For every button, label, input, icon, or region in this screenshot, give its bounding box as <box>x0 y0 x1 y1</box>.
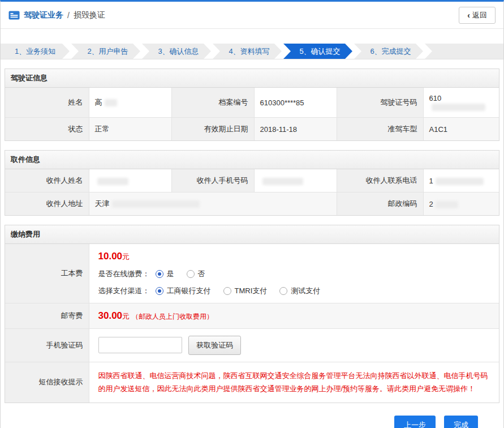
breadcrumb-separator: / <box>67 11 70 20</box>
postage-note: （邮政人员上门收取费用） <box>132 313 213 320</box>
amount-text: 10.00 <box>98 251 123 262</box>
radio-label: TMRI支付 <box>235 286 268 296</box>
field-label: 工本费 <box>5 244 89 303</box>
section-title: 缴纳费用 <box>5 225 499 244</box>
header: 驾驶证业务 / 损毁换证 ‹ 返回 <box>1 2 503 29</box>
field-text: 2 <box>429 200 433 208</box>
radio-label: 测试支付 <box>291 286 320 296</box>
step-label: 5、确认提交 <box>299 46 340 57</box>
section-title: 取件信息 <box>5 151 499 169</box>
radio-channel-tmri[interactable]: TMRI支付 <box>223 286 268 296</box>
step-5-confirm-submit[interactable]: 5、确认提交 <box>283 44 352 59</box>
table-row: 短信接收提示 因陕西省联通、电信运营商技术问题，陕西省互联网交通安全综合服务管理… <box>5 362 499 403</box>
field-label: 收件人联系电话 <box>337 169 423 192</box>
field-text: 610300****85 <box>260 99 304 107</box>
base-fee-cell: 10.00元 是否在线缴费： 是 否 选择支 <box>89 244 499 303</box>
step-1-business-notice[interactable]: 1、业务须知 <box>1 44 70 59</box>
field-text: A1C1 <box>429 125 448 134</box>
field-value: 天津 <box>89 192 337 216</box>
field-label: 驾驶证号码 <box>337 88 423 118</box>
field-label: 邮寄费 <box>5 303 89 329</box>
field-label: 有效期止日期 <box>171 118 254 141</box>
redacted-text <box>432 104 485 111</box>
field-label: 短信接收提示 <box>5 362 89 403</box>
field-label: 收件人地址 <box>5 192 89 216</box>
field-text: 高 <box>95 98 102 106</box>
back-button-label: 返回 <box>472 10 487 20</box>
radio-unchecked-icon <box>223 287 231 295</box>
sms-tip-text: 因陕西省联通、电信运营商技术问题，陕西省互联网交通安全综合服务管理平台无法向持陕… <box>98 369 490 396</box>
license-info-table: 姓名 高 档案编号 610300****85 驾驶证号码 610 状态 正常 有… <box>5 88 499 140</box>
table-row: 状态 正常 有效期止日期 2018-11-18 准驾车型 A1C1 <box>5 118 499 141</box>
fees-table: 工本费 10.00元 是否在线缴费： 是 否 <box>5 244 499 403</box>
amount-unit: 元 <box>122 252 130 261</box>
radio-label: 否 <box>198 269 205 279</box>
postage-fee-cell: 30.00元（邮政人员上门收取费用） <box>89 303 499 329</box>
base-fee-amount: 10.00元 <box>98 251 490 262</box>
field-value: 2 <box>423 192 499 216</box>
field-value <box>89 169 171 192</box>
field-label: 档案编号 <box>171 88 254 118</box>
radio-unchecked-icon <box>279 287 287 295</box>
radio-online-yes[interactable]: 是 <box>156 269 174 279</box>
field-value: 1 <box>423 169 499 192</box>
table-row: 姓名 高 档案编号 610300****85 驾驶证号码 610 <box>5 88 499 118</box>
radio-channel-test[interactable]: 测试支付 <box>279 286 320 296</box>
amount-unit: 元 <box>122 312 130 320</box>
step-label: 1、业务须知 <box>15 46 55 57</box>
radio-unchecked-icon <box>187 270 195 278</box>
step-label: 4、资料填写 <box>229 46 269 57</box>
field-text: 610 <box>429 94 442 102</box>
step-2-user-declaration[interactable]: 2、用户申告 <box>71 44 140 59</box>
redacted-text <box>262 178 303 185</box>
get-captcha-button[interactable]: 获取验证码 <box>188 336 241 355</box>
field-value: 高 <box>89 88 171 118</box>
field-value <box>254 169 337 192</box>
radio-online-no[interactable]: 否 <box>187 269 205 279</box>
radio-checked-icon <box>156 287 163 295</box>
step-label: 3、确认信息 <box>158 46 199 57</box>
footer-actions: 上一步 完成 <box>1 416 478 428</box>
pay-channel-row: 选择支付渠道： 工商银行支付 TMRI支付 测试支付 <box>98 286 490 296</box>
step-label: 6、完成提交 <box>370 46 411 57</box>
field-value: 正常 <box>89 118 171 141</box>
redacted-text <box>97 178 128 185</box>
license-info-section: 驾驶证信息 姓名 高 档案编号 610300****85 驾驶证号码 610 状… <box>5 69 499 141</box>
field-label: 状态 <box>5 118 89 141</box>
field-text: 2018-11-18 <box>260 125 298 134</box>
redacted-text <box>112 200 200 208</box>
breadcrumb: 驾驶证业务 / 损毁换证 <box>8 10 105 20</box>
field-label: 姓名 <box>5 88 89 118</box>
step-4-fill-data[interactable]: 4、资料填写 <box>213 44 282 59</box>
chevron-left-icon: ‹ <box>467 11 470 19</box>
radio-label: 是 <box>167 269 174 279</box>
radio-channel-icbc[interactable]: 工商银行支付 <box>156 286 211 296</box>
step-3-confirm-info[interactable]: 3、确认信息 <box>142 44 211 59</box>
radio-label: 工商银行支付 <box>167 286 211 296</box>
breadcrumb-root[interactable]: 驾驶证业务 <box>24 10 63 20</box>
redacted-text <box>436 178 484 185</box>
field-value: A1C1 <box>423 118 499 141</box>
field-label: 收件人姓名 <box>5 169 89 192</box>
back-button[interactable]: ‹ 返回 <box>459 7 496 24</box>
field-text: 天津 <box>95 199 110 208</box>
finish-button[interactable]: 完成 <box>444 416 478 428</box>
field-value: 610 <box>423 88 499 118</box>
field-value: 2018-11-18 <box>254 118 337 141</box>
redacted-text <box>105 99 117 106</box>
field-value: 610300****85 <box>254 88 337 118</box>
field-label: 收件人手机号码 <box>171 169 254 192</box>
prev-step-button[interactable]: 上一步 <box>394 416 436 428</box>
captcha-input[interactable] <box>98 337 182 353</box>
step-6-complete-submit[interactable]: 6、完成提交 <box>354 44 423 59</box>
page: 驾驶证业务 / 损毁换证 ‹ 返回 1、业务须知 2、用户申告 3、确认信息 4… <box>0 0 504 428</box>
redacted-text <box>436 201 458 208</box>
field-label: 准驾车型 <box>337 118 423 141</box>
fees-section: 缴纳费用 工本费 10.00元 是否在线缴费： 是 <box>5 225 499 403</box>
table-row: 邮寄费 30.00元（邮政人员上门收取费用） <box>5 303 499 329</box>
field-label: 邮政编码 <box>337 192 423 216</box>
table-row: 手机验证码 获取验证码 <box>5 329 499 362</box>
amount-text: 30.00 <box>98 310 123 321</box>
field-label: 手机验证码 <box>5 329 89 362</box>
step-label: 2、用户申告 <box>87 46 128 57</box>
